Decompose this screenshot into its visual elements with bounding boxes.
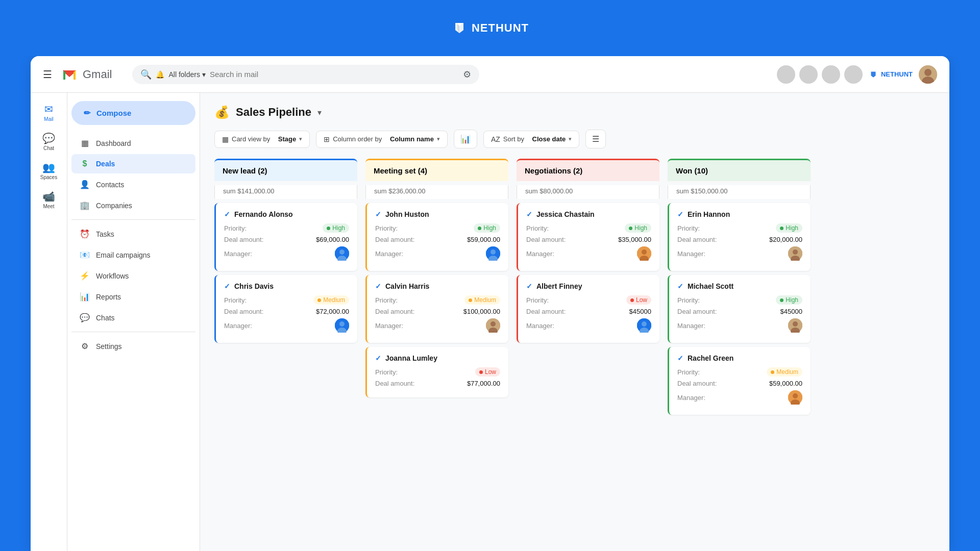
reports-icon: 📊: [80, 292, 90, 302]
nav-item-chats[interactable]: 💬 Chats: [71, 308, 195, 328]
col-header-new-lead: New lead (2): [214, 159, 357, 181]
search-bar: 🔍 🔔 All folders ▾ ⚙: [132, 65, 479, 84]
nav-item-companies[interactable]: 🏢 Companies: [71, 195, 195, 215]
deal-name-joanna: ✓ Joanna Lumley: [375, 354, 500, 362]
deal-card-michael[interactable]: ✓ Michael Scott Priority: High Deal amou…: [668, 275, 811, 343]
deal-manager-chris: Manager:: [224, 318, 349, 333]
nethunt-logo-top: NETHUNT: [451, 20, 529, 36]
deal-card-jessica[interactable]: ✓ Jessica Chastain Priority: High Deal a…: [517, 203, 659, 271]
column-order-button[interactable]: ⊞ Column order by Column name ▾: [316, 131, 448, 148]
col-title-meeting-set: Meeting set (4): [374, 166, 427, 175]
check-icon-chris: ✓: [224, 282, 230, 290]
deal-card-rachel[interactable]: ✓ Rachel Green Priority: Medium Deal amo…: [668, 347, 811, 415]
reports-label: Reports: [96, 293, 121, 301]
deal-amount-value-chris: $72,000.00: [316, 308, 349, 315]
svg-point-14: [339, 321, 345, 327]
sort-chevron-icon: ▾: [569, 136, 572, 142]
pipeline-chevron-icon[interactable]: ▾: [317, 108, 322, 117]
dashboard-icon: ▦: [80, 138, 90, 148]
compose-label: Compose: [96, 109, 131, 117]
svg-point-17: [491, 249, 496, 255]
nav-item-tasks[interactable]: ⏰ Tasks: [71, 224, 195, 244]
nav-item-deals[interactable]: $ Deals: [71, 154, 195, 173]
deal-amount-michael: Deal amount: $45000: [677, 308, 802, 315]
sort-az-icon: AZ: [491, 135, 500, 143]
deal-amount-chris: Deal amount: $72,000.00: [224, 308, 349, 315]
priority-badge-calvin: Medium: [464, 295, 500, 305]
contacts-label: Contacts: [96, 181, 124, 189]
priority-dot-rachel: [771, 370, 774, 374]
nav-item-settings[interactable]: ⚙ Settings: [71, 336, 195, 356]
priority-dot-fernando: [327, 227, 330, 230]
deal-amount-rachel: Deal amount: $59,000.00: [677, 380, 802, 387]
priority-dot-john: [478, 227, 481, 230]
user-avatar[interactable]: [919, 65, 937, 84]
check-icon-fernando: ✓: [224, 210, 230, 218]
header-circle-2: [799, 65, 818, 84]
manager-avatar-jessica: [637, 246, 651, 261]
sidebar-icon-meet[interactable]: 📹 Meet: [33, 186, 65, 213]
all-folders-dropdown[interactable]: All folders ▾: [168, 70, 205, 79]
deal-name-michael: ✓ Michael Scott: [677, 282, 802, 290]
meet-label: Meet: [43, 204, 54, 209]
sidebar-icon-chat[interactable]: 💬 Chat: [33, 128, 65, 155]
email-campaigns-icon: 📧: [80, 250, 90, 260]
col-title-won: Won (10): [676, 166, 708, 175]
deal-card-chris[interactable]: ✓ Chris Davis Priority: Medium Deal amou…: [214, 275, 357, 343]
deal-card-albert[interactable]: ✓ Albert Finney Priority: Low Deal amoun…: [517, 275, 659, 343]
sort-lines-icon-button[interactable]: ☰: [585, 130, 606, 148]
card-view-icon: ▦: [222, 135, 229, 143]
svg-point-11: [339, 249, 345, 255]
nav-item-workflows[interactable]: ⚡ Workflows: [71, 266, 195, 286]
filter-icon[interactable]: ⚙: [463, 69, 471, 80]
deal-amount-jessica: Deal amount: $35,000.00: [526, 236, 651, 243]
body-layout: ✉ Mail 💬 Chat 👥 Spaces 📹 Meet ✏ Compose: [31, 93, 949, 551]
priority-badge-fernando: High: [323, 223, 349, 233]
column-order-label: Column order by: [333, 135, 382, 143]
deal-card-erin[interactable]: ✓ Erin Hannon Priority: High Deal amount…: [668, 203, 811, 271]
nav-item-email-campaigns[interactable]: 📧 Email campaigns: [71, 245, 195, 265]
manager-avatar-michael: [788, 318, 802, 333]
deal-card-calvin[interactable]: ✓ Calvin Harris Priority: Medium Deal am…: [365, 275, 508, 343]
hamburger-icon[interactable]: ☰: [43, 68, 52, 81]
deal-name-fernando: ✓ Fernando Alonso: [224, 210, 349, 218]
header-circles: [777, 65, 863, 84]
column-order-chevron-icon: ▾: [437, 136, 440, 142]
nav-item-contacts[interactable]: 👤 Contacts: [71, 174, 195, 194]
nav-item-dashboard[interactable]: ▦ Dashboard: [71, 133, 195, 153]
sidebar-icon-mail[interactable]: ✉ Mail: [33, 99, 65, 126]
priority-badge-albert: Low: [626, 295, 651, 305]
compose-button[interactable]: ✏ Compose: [71, 101, 195, 125]
column-order-value: Column name: [390, 135, 434, 143]
check-icon-john: ✓: [375, 210, 381, 218]
search-input[interactable]: [210, 70, 459, 79]
manager-avatar-erin: [788, 246, 802, 261]
nethunt-header-text: NETHUNT: [881, 70, 913, 78]
pipeline-title: Sales Pipeline: [236, 106, 311, 119]
sort-button[interactable]: AZ Sort by Close date ▾: [483, 131, 579, 148]
col-title-new-lead: New lead (2): [223, 166, 267, 175]
col-sum-won: sum $150,000.00: [668, 185, 811, 199]
priority-dot-jessica: [629, 227, 632, 230]
chart-icon-button[interactable]: 📊: [454, 130, 477, 148]
deal-card-joanna[interactable]: ✓ Joanna Lumley Priority: Low Deal amoun…: [365, 347, 508, 397]
svg-point-29: [793, 249, 798, 255]
pipeline-header: 💰 Sales Pipeline ▾: [214, 105, 935, 119]
check-icon-jessica: ✓: [526, 210, 532, 218]
deal-manager-rachel: Manager:: [677, 390, 802, 405]
gmail-logo-icon: [60, 65, 79, 84]
deal-priority-rachel: Priority: Medium: [677, 367, 802, 377]
deal-amount-value-jessica: $35,000.00: [618, 236, 651, 243]
user-avatar-img: [919, 65, 937, 84]
col-sum-negotiations: sum $80,000.00: [517, 185, 659, 199]
pencil-icon: ✏: [84, 108, 90, 118]
sidebar-icon-spaces[interactable]: 👥 Spaces: [33, 157, 65, 184]
priority-badge-michael: High: [776, 295, 802, 305]
deal-card-john[interactable]: ✓ John Huston Priority: High Deal amount…: [365, 203, 508, 271]
email-campaigns-label: Email campaigns: [96, 251, 151, 259]
deal-amount-value-michael: $45000: [780, 308, 802, 315]
card-view-button[interactable]: ▦ Card view by Stage ▾: [214, 131, 310, 148]
deal-manager-michael: Manager:: [677, 318, 802, 333]
deal-card-fernando[interactable]: ✓ Fernando Alonso Priority: High Deal am…: [214, 203, 357, 271]
nav-item-reports[interactable]: 📊 Reports: [71, 287, 195, 307]
